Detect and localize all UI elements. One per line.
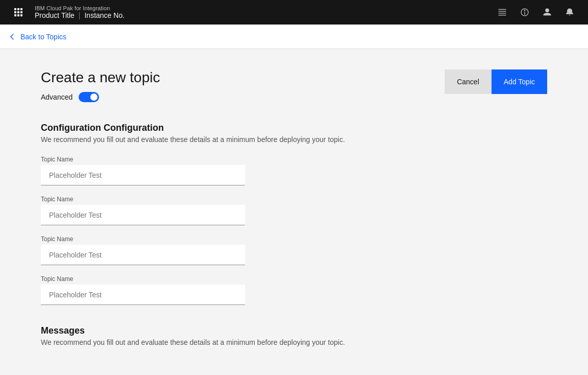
- action-buttons: Cancel Add Topic: [445, 69, 547, 94]
- configuration-section-desc: We recommend you fill out and evaluate t…: [41, 135, 347, 144]
- form-label-4: Topic Name: [41, 275, 547, 283]
- form-label-3: Topic Name: [41, 236, 547, 243]
- svg-rect-1: [499, 11, 506, 12]
- form-label-1: Topic Name: [41, 156, 547, 163]
- form-group-2: Topic Name: [41, 196, 547, 225]
- back-to-topics-link[interactable]: Back to Topics: [8, 33, 66, 41]
- notification-icon: [565, 7, 575, 17]
- header-divider: |: [79, 11, 81, 19]
- configuration-section-title: Configuration Configuration: [41, 123, 547, 133]
- header-left: IBM Cloud Pak for Integration Product Ti…: [8, 0, 125, 25]
- back-arrow-icon: [8, 33, 16, 41]
- form-group-3: Topic Name: [41, 236, 547, 265]
- help-icon-button[interactable]: [514, 0, 535, 25]
- header-right: [492, 0, 580, 25]
- help-icon: [520, 7, 530, 17]
- configuration-section: Configuration Configuration We recommend…: [41, 123, 547, 305]
- brand-info: IBM Cloud Pak for Integration Product Ti…: [35, 5, 125, 19]
- brand-top-text: IBM Cloud Pak for Integration: [35, 5, 125, 11]
- topic-name-input-4[interactable]: [41, 285, 245, 305]
- svg-rect-2: [499, 13, 506, 13]
- advanced-label: Advanced: [41, 93, 72, 101]
- user-icon: [542, 7, 552, 17]
- back-navigation: Back to Topics: [0, 25, 588, 49]
- grid-menu-button[interactable]: [8, 0, 29, 25]
- back-link-text: Back to Topics: [20, 33, 66, 41]
- instance-name: Instance No.: [84, 11, 125, 19]
- svg-rect-3: [499, 15, 506, 15]
- add-topic-button[interactable]: Add Topic: [492, 69, 547, 94]
- topic-name-input-1[interactable]: [41, 165, 245, 185]
- user-icon-button[interactable]: [537, 0, 557, 25]
- catalog-icon: [497, 7, 507, 17]
- brand-bottom-row: Product Title | Instance No.: [35, 11, 125, 19]
- advanced-toggle-switch[interactable]: [79, 92, 99, 102]
- grid-icon: [14, 8, 22, 16]
- form-group-1: Topic Name: [41, 156, 547, 185]
- messages-section-title: Messages: [41, 325, 547, 336]
- topic-name-input-2[interactable]: [41, 205, 245, 225]
- toggle-thumb: [90, 93, 97, 101]
- app-header: IBM Cloud Pak for Integration Product Ti…: [0, 0, 588, 25]
- main-content: Create a new topic Advanced Cancel Add T…: [0, 49, 588, 375]
- messages-section-desc: We recommend you fill out and evaluate t…: [41, 338, 347, 346]
- topic-name-input-3[interactable]: [41, 245, 245, 265]
- messages-section: Messages We recommend you fill out and e…: [41, 325, 547, 346]
- svg-rect-0: [499, 9, 506, 10]
- catalog-icon-button[interactable]: [492, 0, 512, 25]
- form-group-4: Topic Name: [41, 275, 547, 305]
- notification-icon-button[interactable]: [559, 0, 580, 25]
- form-label-2: Topic Name: [41, 196, 547, 203]
- toggle-track: [79, 92, 99, 102]
- cancel-button[interactable]: Cancel: [445, 69, 492, 94]
- product-title: Product Title: [35, 11, 75, 19]
